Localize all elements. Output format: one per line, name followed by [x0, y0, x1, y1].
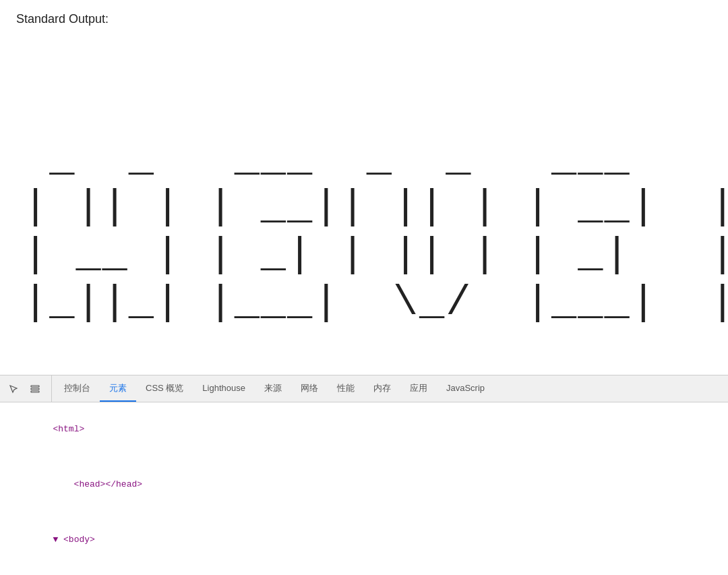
devtools-wrapper: <html> <head></head> ▼ <body> <p>Standar… — [0, 402, 728, 575]
top-area: Standard Output: _ _ ___ _ _ ___ __ __ _… — [0, 0, 728, 375]
cursor-icon — [9, 384, 18, 394]
ascii-row-3: | __ | | _| | || | | _| | |__ \ V / | (_… — [23, 231, 728, 278]
tab-sources[interactable]: 来源 — [255, 375, 291, 402]
html-line-2: <head></head> — [0, 450, 728, 519]
tab-javascript[interactable]: JavaScrip — [437, 375, 494, 402]
tab-console[interactable]: 控制台 — [55, 375, 100, 402]
tab-icons — [4, 375, 52, 402]
tab-performance[interactable]: 性能 — [328, 375, 364, 402]
ascii-row-4: |_||_| |___| \_/ |___| |____| \_/ \___/ … — [23, 278, 728, 326]
tab-network[interactable]: 网络 — [291, 375, 328, 402]
svg-rect-1 — [31, 388, 39, 390]
tab-css-overview[interactable]: CSS 概览 — [136, 375, 193, 402]
standard-output-label: Standard Output: — [16, 12, 712, 26]
html-line-3: ▼ <body> — [0, 518, 728, 561]
devtools-content: <html> <head></head> ▼ <body> <p>Standar… — [0, 402, 728, 575]
svg-rect-0 — [31, 386, 39, 387]
tab-lighthouse[interactable]: Lighthouse — [193, 375, 255, 402]
devtools-panel: 控制台 元素 CSS 概览 Lighthouse 来源 网络 性能 内存 应用 … — [0, 375, 728, 575]
ascii-row-1: _ _ ___ _ _ ___ __ __ ___ _ ___ — [23, 135, 728, 183]
cursor-icon-btn[interactable] — [4, 380, 23, 398]
html-line-1: <html> — [0, 408, 728, 450]
ascii-art: _ _ ___ _ _ ___ __ __ ___ _ ___ | || | |… — [23, 38, 712, 375]
ascii-row-2: | || | | __|| || | | __| | | \ \ / / / _… — [23, 183, 728, 231]
tab-memory[interactable]: 内存 — [364, 375, 400, 402]
html-line-4: <p>Standard Output:</p> — [0, 561, 728, 575]
svg-rect-2 — [31, 391, 39, 392]
tab-elements[interactable]: 元素 — [100, 375, 136, 402]
tab-bar: 控制台 元素 CSS 概览 Lighthouse 来源 网络 性能 内存 应用 … — [0, 375, 728, 402]
layers-icon-btn[interactable] — [26, 380, 44, 398]
tab-application[interactable]: 应用 — [400, 375, 437, 402]
layers-icon — [30, 384, 40, 394]
